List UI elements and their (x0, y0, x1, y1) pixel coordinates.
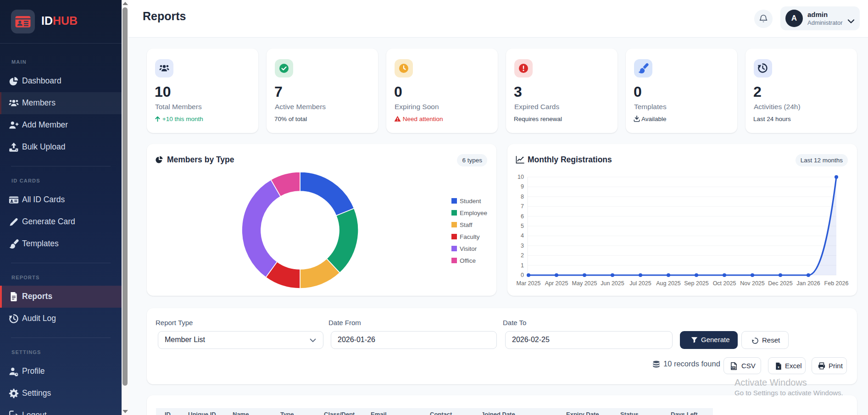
svg-text:Apr 2025: Apr 2025 (545, 280, 568, 287)
svg-text:Visitor: Visitor (460, 245, 477, 252)
svg-text:Jul 2025: Jul 2025 (629, 280, 651, 287)
svg-text:Staff: Staff (460, 221, 473, 228)
svg-text:Aug 2025: Aug 2025 (656, 280, 681, 287)
svg-text:Nov 2025: Nov 2025 (740, 280, 765, 287)
svg-text:6: 6 (521, 213, 524, 220)
svg-text:May 2025: May 2025 (572, 280, 597, 287)
svg-text:9: 9 (521, 183, 524, 190)
svg-text:5: 5 (521, 223, 524, 229)
svg-text:CSV: CSV (731, 366, 735, 369)
svg-text:Office: Office (460, 257, 476, 264)
svg-text:10: 10 (517, 174, 524, 180)
svg-text:x: x (778, 365, 779, 369)
svg-text:1: 1 (521, 262, 524, 269)
svg-text:Oct 2025: Oct 2025 (713, 280, 736, 287)
svg-text:Mar 2025: Mar 2025 (517, 280, 541, 287)
svg-text:Jun 2025: Jun 2025 (601, 280, 624, 287)
svg-text:7: 7 (521, 203, 524, 210)
svg-text:8: 8 (521, 194, 524, 200)
svg-text:3: 3 (521, 243, 524, 249)
svg-text:Sep 2025: Sep 2025 (684, 280, 709, 287)
svg-text:Student: Student (460, 198, 481, 205)
svg-text:Feb 2026: Feb 2026 (824, 280, 849, 287)
svg-text:Employee: Employee (460, 210, 487, 216)
svg-text:4: 4 (521, 232, 524, 239)
svg-text:Faculty: Faculty (460, 233, 480, 240)
svg-text:2: 2 (521, 252, 524, 259)
svg-text:Dec 2025: Dec 2025 (768, 280, 793, 287)
svg-text:0: 0 (521, 272, 524, 278)
svg-text:Jan 2026: Jan 2026 (796, 280, 820, 287)
